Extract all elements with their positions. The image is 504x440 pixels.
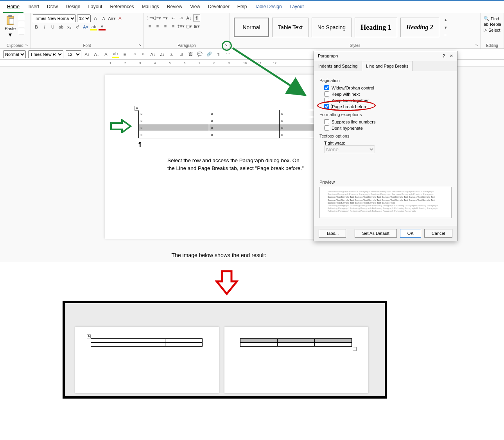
list-icon[interactable]: ≡ (121, 51, 128, 58)
style-icon[interactable]: A (102, 51, 109, 58)
font-color-button[interactable]: A (99, 23, 106, 30)
tab-references[interactable]: References (106, 2, 138, 13)
set-default-button[interactable]: Set As Default (355, 229, 397, 238)
cancel-button[interactable]: Cancel (424, 229, 452, 238)
comment-icon[interactable]: 💬 (196, 51, 203, 58)
align-right-button[interactable]: ≡ (162, 23, 169, 30)
image-icon[interactable]: 🖼 (187, 51, 194, 58)
borders-button[interactable]: ⊞▾ (193, 23, 200, 30)
tab-mailings[interactable]: Mailings (138, 2, 163, 13)
tab-line-page-breaks[interactable]: Line and Page Breaks (362, 61, 413, 71)
style-table-text[interactable]: Table Text (272, 18, 308, 37)
dont-hyphenate-checkbox[interactable] (324, 125, 329, 131)
copy-button[interactable] (19, 22, 24, 27)
text-effects-button[interactable]: A▾ (82, 23, 89, 30)
link-icon[interactable]: 🔗 (206, 51, 213, 58)
grow-font-icon[interactable]: A↑ (84, 51, 91, 58)
tabs-button[interactable]: Tabs... (319, 229, 346, 238)
keep-lines-checkbox[interactable] (324, 98, 329, 103)
clipboard-launcher[interactable]: ↘ (24, 42, 29, 48)
tab-help[interactable]: Help (233, 2, 251, 13)
styles-launcher[interactable]: ↘ (474, 42, 479, 48)
underline-button[interactable]: U (49, 23, 56, 30)
outdent-icon[interactable]: ⇤ (140, 51, 147, 58)
style-normal[interactable]: Normal (234, 18, 269, 37)
table-icon[interactable]: ⊞ (178, 51, 185, 58)
line-spacing-button[interactable]: ‡≡▾ (178, 23, 185, 30)
shrink-font-icon[interactable]: A↓ (93, 51, 100, 58)
select-button[interactable]: ▷Select (484, 27, 500, 32)
sort-desc-icon[interactable]: Z↓ (159, 51, 166, 58)
font-launcher[interactable]: ↘ (137, 42, 143, 48)
tab-table-design[interactable]: Table Design (251, 2, 285, 13)
show-marks-button[interactable]: ¶ (193, 14, 200, 21)
font-name-select[interactable]: Times New Roman (33, 14, 76, 22)
ribbon-tabs: Home Insert Draw Design Layout Reference… (0, 0, 504, 13)
widow-orphan-checkbox[interactable] (324, 85, 329, 90)
paste-button[interactable]: Paste ▾ (2, 14, 18, 38)
tab-home[interactable]: Home (3, 2, 23, 13)
justify-button[interactable]: ≡ (170, 23, 177, 30)
sort-asc-icon[interactable]: A↓ (149, 51, 156, 58)
strike-button[interactable]: ab (57, 23, 65, 30)
highlight-button[interactable]: ab (90, 23, 97, 30)
tab-draw[interactable]: Draw (43, 2, 62, 13)
suppress-line-numbers-checkbox[interactable] (324, 119, 329, 124)
highlight-icon[interactable]: ab (112, 51, 119, 58)
tab-developer[interactable]: Developer (204, 2, 233, 13)
outline-size-select[interactable]: 12 (66, 50, 81, 58)
subscript-button[interactable]: x₂ (66, 23, 73, 30)
change-case-button[interactable]: Aa▾ (108, 15, 115, 22)
style-heading2[interactable]: Heading 2 (400, 18, 439, 37)
align-left-button[interactable]: ≡ (146, 23, 153, 30)
bold-button[interactable]: B (33, 23, 40, 30)
sort-button[interactable]: A↓ (185, 14, 192, 21)
replace-button[interactable]: abRepla (484, 22, 500, 27)
italic-button[interactable]: I (41, 23, 48, 30)
dialog-close-button[interactable]: ✕ (450, 54, 453, 59)
cut-button[interactable] (19, 15, 24, 20)
ok-button[interactable]: OK (400, 229, 421, 238)
align-center-button[interactable]: ≡ (154, 23, 161, 30)
clear-format-button[interactable]: A (117, 15, 124, 22)
mini-resize-handle (353, 347, 357, 351)
tab-view[interactable]: View (186, 2, 204, 13)
page-break-before-checkbox[interactable] (324, 104, 329, 109)
pilcrow-icon[interactable]: ¶ (215, 51, 222, 58)
sum-icon[interactable]: Σ (168, 51, 175, 58)
textbox-label: Textbox options (319, 134, 452, 138)
tab-insert[interactable]: Insert (23, 2, 43, 13)
style-heading1[interactable]: Heading 1 (355, 18, 397, 37)
keep-with-next-checkbox[interactable] (324, 91, 329, 97)
decrease-indent-button[interactable]: ⇤ (170, 14, 177, 21)
multilevel-button[interactable]: ≡▾ (162, 14, 169, 21)
outline-font-select[interactable]: Times New R (28, 50, 63, 58)
format-painter-button[interactable] (19, 29, 24, 34)
bullets-button[interactable]: ⋮≡▾ (146, 14, 153, 21)
more-icon[interactable]: ⋯ (224, 51, 231, 58)
tab-layout[interactable]: Layout (84, 2, 106, 13)
find-button[interactable]: 🔍Find (484, 16, 500, 21)
increase-indent-button[interactable]: ⇥ (178, 14, 185, 21)
grow-font-button[interactable]: A (92, 15, 99, 22)
style-no-spacing[interactable]: No Spacing (312, 18, 352, 37)
paste-icon (5, 14, 16, 26)
tab-review[interactable]: Review (163, 2, 186, 13)
shading-button[interactable]: ▢▾ (185, 23, 192, 30)
paragraph-launcher[interactable]: ↘ (223, 42, 229, 48)
clipboard-group: Paste ▾ Clipboard ↘ (0, 13, 30, 48)
tab-indents-spacing[interactable]: Indents and Spacing (314, 61, 362, 71)
dialog-help-button[interactable]: ? (443, 54, 445, 59)
numbering-button[interactable]: 1≡▾ (154, 14, 161, 21)
styles-down-button[interactable]: ▾ (442, 24, 449, 31)
outline-style-select[interactable]: Normal (3, 50, 26, 58)
styles-up-button[interactable]: ▴ (442, 16, 449, 23)
styles-more-button[interactable]: ⋯ (442, 32, 449, 39)
tab-design[interactable]: Design (62, 2, 84, 13)
table-move-handle[interactable]: ✥ (135, 106, 139, 111)
indent-icon[interactable]: ⇥ (131, 51, 138, 58)
superscript-button[interactable]: x² (74, 23, 81, 30)
font-size-select[interactable]: 12 (77, 14, 91, 22)
tab-table-layout[interactable]: Layout (286, 2, 308, 13)
shrink-font-button[interactable]: A (100, 15, 107, 22)
